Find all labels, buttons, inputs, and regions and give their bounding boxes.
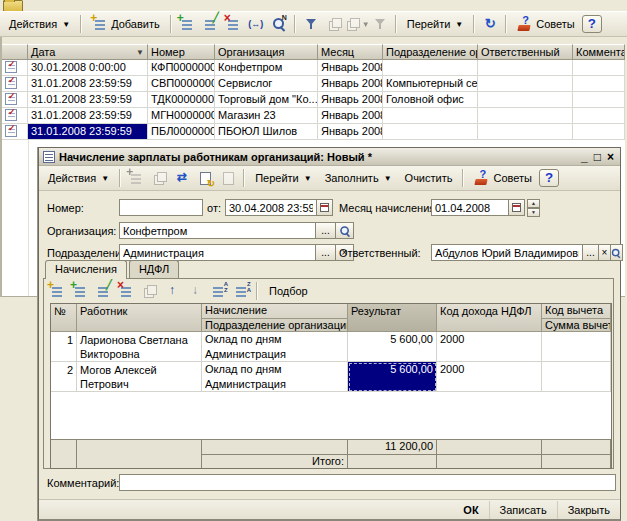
cell-resp[interactable] [478, 92, 573, 108]
dialog-titlebar[interactable]: Начисление зарплаты работникам организац… [39, 148, 620, 166]
cell-date[interactable]: 31.01.2008 23:59:59 [28, 76, 148, 92]
cell-month[interactable]: Январь 2008 [318, 124, 383, 140]
help-button[interactable]: ? [582, 15, 602, 33]
clear-button[interactable]: Очистить [399, 168, 459, 188]
month-input[interactable] [431, 199, 509, 216]
cell-accrual-dept[interactable]: Оклад по дням Администрация [202, 332, 348, 362]
dialog-help-button[interactable]: ? [539, 169, 559, 187]
grid-add-button[interactable] [46, 281, 68, 301]
resp-input[interactable] [431, 244, 583, 261]
header-date[interactable]: Дата▼ [28, 44, 148, 60]
header-num[interactable]: № [51, 304, 77, 332]
cell-comment[interactable] [573, 124, 625, 140]
cell-month[interactable]: Январь 2008 [318, 92, 383, 108]
tab-accruals[interactable]: Начисления [45, 260, 127, 279]
tips-button[interactable]: Советы [511, 14, 580, 34]
grid-edit-button[interactable] [92, 281, 114, 301]
org-select-button[interactable]: ... [315, 222, 336, 239]
cell-org[interactable]: Сервислог [215, 76, 318, 92]
write-button[interactable]: Записать [489, 501, 557, 519]
pick-button[interactable]: Подбор [262, 281, 315, 301]
header-number[interactable]: Номер [148, 44, 215, 60]
cell-month[interactable]: Январь 2008 [318, 108, 383, 124]
cell-number[interactable]: СВП00000001 [148, 76, 215, 92]
header-result[interactable]: Результат [348, 304, 437, 332]
org-input[interactable] [119, 222, 316, 239]
post-button[interactable] [194, 168, 216, 188]
cell-org[interactable]: Торговый дом "Ко... [215, 92, 318, 108]
header-accrual-dept[interactable]: Начисление Подразделение организации [202, 304, 348, 332]
cell-dept[interactable] [383, 60, 478, 76]
header-org[interactable]: Организация [215, 44, 318, 60]
cell-comment[interactable] [573, 76, 625, 92]
cell-dept[interactable] [383, 108, 478, 124]
add-copy-button[interactable] [176, 14, 198, 34]
cell-deduction[interactable] [542, 332, 611, 362]
grid-row[interactable]: 1 Ларионова Светлана Викторовна Оклад по… [51, 332, 611, 362]
cell-worker[interactable]: Могов Алексей Петрович [77, 362, 202, 392]
cell-date[interactable]: 30.01.2008 0:00:00 [28, 60, 148, 76]
close-doc-button[interactable]: Закрыть [557, 501, 620, 519]
cell-date[interactable]: 31.01.2008 23:59:59 [28, 108, 148, 124]
cell-number[interactable]: КФП00000001 [148, 60, 215, 76]
edit-button[interactable] [199, 14, 221, 34]
refresh-button[interactable]: ↻ [479, 14, 501, 34]
sort-desc-icon[interactable]: ▼ [136, 45, 144, 60]
sort-az-button[interactable]: AZ [207, 281, 229, 301]
cell-org[interactable]: Конфетпром [215, 60, 318, 76]
month-calendar-button[interactable] [508, 199, 525, 216]
cell-deduction[interactable] [542, 362, 611, 392]
cell-org[interactable]: ПБОЮЛ Шилов [215, 124, 318, 140]
cell-number[interactable]: ПБЛ00000001 [148, 124, 215, 140]
actions-menu-button[interactable]: Действия▼ [3, 14, 76, 34]
header-income-code[interactable]: Код дохода НДФЛ [437, 304, 542, 332]
cell-month[interactable]: Январь 2008 [318, 60, 383, 76]
header-dept[interactable]: Подразделение ор... [383, 44, 478, 60]
cell-resp[interactable] [478, 124, 573, 140]
cell-number[interactable]: ТДК00000001 [148, 92, 215, 108]
table-row[interactable]: 31.01.2008 23:59:59 СВП00000001 Сервисло… [2, 76, 625, 92]
cell-number[interactable]: МГН00000001 [148, 108, 215, 124]
header-worker[interactable]: Работник [77, 304, 202, 332]
cell-income-code[interactable]: 2000 [437, 332, 542, 362]
org-open-button[interactable] [335, 222, 354, 239]
resp-open-button[interactable] [610, 244, 623, 261]
move-down-button[interactable]: ↓ [184, 281, 206, 301]
table-row-selected[interactable]: 31.01.2008 23:59:59 ПБЛ00000001 ПБОЮЛ Ши… [2, 124, 625, 140]
cell-resp[interactable] [478, 60, 573, 76]
cell-accrual-dept[interactable]: Оклад по дням Администрация [202, 362, 348, 392]
cell-month[interactable]: Январь 2008 [318, 76, 383, 92]
cell-result[interactable]: 5 600,00 [348, 332, 437, 362]
fill-button[interactable]: Заполнить▼ [319, 168, 398, 188]
cell-worker[interactable]: Ларионова Светлана Викторовна [77, 332, 202, 362]
minimize-button[interactable]: _ [581, 150, 588, 164]
cell-comment[interactable] [573, 92, 625, 108]
tab-ndfl[interactable]: НДФЛ [129, 260, 179, 278]
date-calendar-button[interactable] [316, 199, 333, 216]
dept-select-button[interactable]: ... [315, 244, 336, 261]
dept-input[interactable] [119, 244, 316, 261]
cell-num[interactable]: 2 [51, 362, 77, 392]
header-resp[interactable]: Ответственный [478, 44, 573, 60]
cell-resp[interactable] [478, 108, 573, 124]
close-button[interactable]: × [607, 150, 614, 164]
grid-row[interactable]: 2 Могов Алексей Петрович Оклад по дням А… [51, 362, 611, 392]
cell-resp[interactable] [478, 76, 573, 92]
table-row[interactable]: 31.01.2008 23:59:59 МГН00000001 Магазин … [2, 108, 625, 124]
dialog-tips-button[interactable]: Советы [468, 168, 537, 188]
cell-income-code[interactable]: 2000 [437, 362, 542, 392]
go-menu-button[interactable]: Перейти▼ [401, 14, 470, 34]
date-input[interactable] [225, 199, 317, 216]
comment-input[interactable] [119, 474, 616, 491]
header-deduction[interactable]: Код вычета Сумма вычета (к... [542, 304, 611, 332]
month-spinner[interactable]: ▲▼ [527, 199, 540, 216]
resp-select-button[interactable]: ... [582, 244, 599, 261]
cell-comment[interactable] [573, 108, 625, 124]
cell-comment[interactable] [573, 60, 625, 76]
table-row[interactable]: 31.01.2008 23:59:59 ТДК00000001 Торговый… [2, 92, 625, 108]
grid-add-copy-button[interactable] [69, 281, 91, 301]
header-comment[interactable]: Комментарий [573, 44, 625, 60]
filter-button[interactable] [300, 14, 322, 34]
reread-button[interactable]: ⇄ [171, 168, 193, 188]
cell-num[interactable]: 1 [51, 332, 77, 362]
